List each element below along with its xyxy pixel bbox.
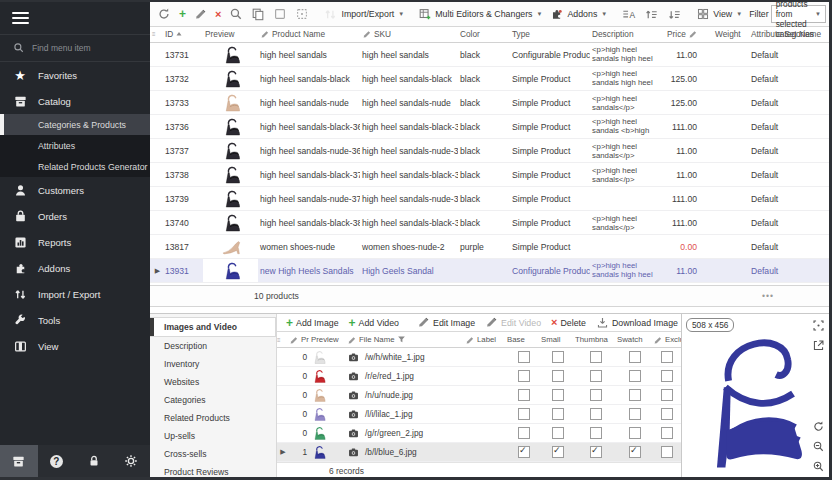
tab-description[interactable]: Description [150, 337, 276, 355]
multi-editors-menu[interactable]: Multi Editors & Changers▼ [415, 5, 545, 23]
thumbnail-checkbox[interactable] [590, 370, 602, 382]
sidebar-item-attributes[interactable]: Attributes [0, 135, 150, 156]
base-checkbox[interactable] [518, 446, 530, 458]
small-checkbox[interactable] [552, 351, 564, 363]
column-header-preview[interactable]: Preview [203, 29, 258, 39]
column-header-base[interactable]: Base [507, 335, 541, 344]
tab-inventory[interactable]: Inventory [150, 355, 276, 373]
small-checkbox[interactable] [552, 427, 564, 439]
clone-button[interactable] [292, 5, 312, 23]
column-header-color[interactable]: Color [458, 29, 510, 39]
exclude-checkbox[interactable] [661, 370, 673, 382]
column-header-exclude[interactable]: Exclude [653, 335, 681, 345]
product-row[interactable]: 13738 high heel sandals-black-37high hee… [150, 163, 829, 187]
tab-cross-sells[interactable]: Cross-sells [150, 445, 276, 463]
sidebar-item-addons[interactable]: Addons [0, 255, 150, 281]
column-header-sku[interactable]: SKU [360, 29, 458, 39]
product-row[interactable]: 13739 high heel sandals-nude-37high heel… [150, 187, 829, 211]
small-checkbox[interactable] [552, 408, 564, 420]
column-header-label[interactable]: Label [465, 335, 507, 345]
thumbnail-checkbox[interactable] [590, 446, 602, 458]
base-checkbox[interactable] [518, 427, 530, 439]
store-button[interactable] [0, 445, 38, 477]
swatch-checkbox[interactable] [629, 446, 641, 458]
font-case-button[interactable]: A [618, 5, 639, 24]
product-row[interactable]: 13732 high heel sandals-blackhigh heel s… [150, 67, 829, 91]
product-row[interactable]: 13733 high heel sandals-nudehigh heel sa… [150, 91, 829, 115]
fit-screen-icon[interactable] [811, 318, 825, 332]
base-checkbox[interactable] [518, 351, 530, 363]
settings-button[interactable] [113, 445, 151, 477]
image-row[interactable]: ▶1 /b/l/blue_6.jpg [277, 443, 681, 462]
product-row[interactable]: 13817women shoes-nudewomen shoes-nude-2p… [150, 235, 829, 259]
column-header-file name[interactable]: File Name [347, 335, 465, 345]
delete-button[interactable]: × [212, 7, 224, 22]
thumbnail-checkbox[interactable] [590, 389, 602, 401]
swatch-checkbox[interactable] [629, 389, 641, 401]
import-export-menu[interactable]: Import/Export▼ [320, 5, 407, 24]
raise-button[interactable] [641, 5, 662, 24]
add-image-button[interactable]: +Add Image [283, 315, 342, 331]
edit-button[interactable] [191, 6, 210, 23]
column-header-preview[interactable]: Preview [311, 335, 347, 344]
exclude-checkbox[interactable] [661, 351, 673, 363]
product-row[interactable]: 13731 high heel sandalshigh heel sandals… [150, 43, 829, 67]
add-button[interactable]: + [176, 6, 189, 22]
swatch-checkbox[interactable] [629, 351, 641, 363]
small-checkbox[interactable] [552, 370, 564, 382]
image-row[interactable]: 0 /r/e/red_1.jpg [277, 367, 681, 386]
column-header-id[interactable]: ID [163, 29, 203, 39]
column-header-swatch[interactable]: Swatch [617, 335, 653, 344]
copy-button[interactable] [248, 5, 268, 23]
exclude-checkbox[interactable] [661, 408, 673, 420]
sidebar-item-related-products-generator[interactable]: Related Products Generator [0, 156, 150, 177]
tab-related-products[interactable]: Related Products [150, 409, 276, 427]
swatch-checkbox[interactable] [629, 427, 641, 439]
base-checkbox[interactable] [518, 408, 530, 420]
swatch-checkbox[interactable] [629, 408, 641, 420]
sidebar-item-catalog[interactable]: Catalog [0, 88, 150, 114]
sidebar-item-view[interactable]: View [0, 333, 150, 359]
help-button[interactable]: ? [38, 445, 76, 477]
image-row[interactable]: 0 /g/r/green_2.jpg [277, 424, 681, 443]
swatch-checkbox[interactable] [629, 370, 641, 382]
column-header-type[interactable]: Type [510, 29, 590, 39]
sidebar-item-reports[interactable]: Reports [0, 229, 150, 255]
tab-images-and-video[interactable]: Images and Video [150, 317, 276, 337]
image-row[interactable]: 0 /w/h/white_1.jpg [277, 348, 681, 367]
column-header-thumbna[interactable]: Thumbna [575, 335, 617, 344]
lock-button[interactable] [75, 445, 113, 477]
tab-categories[interactable]: Categories [150, 391, 276, 409]
category-filter-select[interactable]: Show products from selected categories▼ [771, 5, 826, 23]
image-row[interactable]: 0 /n/u/nude.jpg [277, 386, 681, 405]
menu-search-input[interactable]: Find menu item [0, 34, 150, 62]
column-header-pr[interactable]: Pr [289, 335, 311, 345]
column-header-attribute-set-name[interactable]: Attribute Set Name [749, 29, 829, 39]
product-row[interactable]: ▶13931 new High Heels SandalsHigh Geels … [150, 259, 829, 283]
product-row[interactable]: 13740 high heel sandals-black-38high hee… [150, 211, 829, 235]
download-image-button[interactable]: Download Image [593, 314, 681, 331]
zoom-in-icon[interactable] [811, 459, 825, 473]
column-header-price[interactable]: Price [665, 29, 713, 39]
sidebar-item-favorites[interactable]: ★Favorites [0, 62, 150, 88]
image-row[interactable]: 0 /l/i/lilac_1.jpg [277, 405, 681, 424]
exclude-checkbox[interactable] [661, 427, 673, 439]
base-checkbox[interactable] [518, 370, 530, 382]
find-button[interactable] [226, 5, 246, 23]
thumbnail-checkbox[interactable] [590, 427, 602, 439]
refresh-button[interactable] [154, 5, 174, 23]
edit-image-button[interactable]: Edit Image [414, 314, 478, 331]
sidebar-item-orders[interactable]: Orders [0, 203, 150, 229]
base-checkbox[interactable] [518, 389, 530, 401]
lower-button[interactable] [664, 5, 685, 24]
sidebar-item-customers[interactable]: Customers [0, 177, 150, 203]
view-menu[interactable]: View▼ [693, 5, 745, 23]
column-header-product-name[interactable]: Product Name [258, 29, 360, 39]
tab-up-sells[interactable]: Up-sells [150, 427, 276, 445]
rotate-icon[interactable] [811, 419, 825, 433]
thumbnail-checkbox[interactable] [590, 351, 602, 363]
addons-menu[interactable]: Addons▼ [547, 5, 610, 23]
select-button[interactable] [270, 5, 290, 23]
sidebar-item-tools[interactable]: Tools [0, 307, 150, 333]
add-video-button[interactable]: +Add Video [346, 315, 402, 331]
